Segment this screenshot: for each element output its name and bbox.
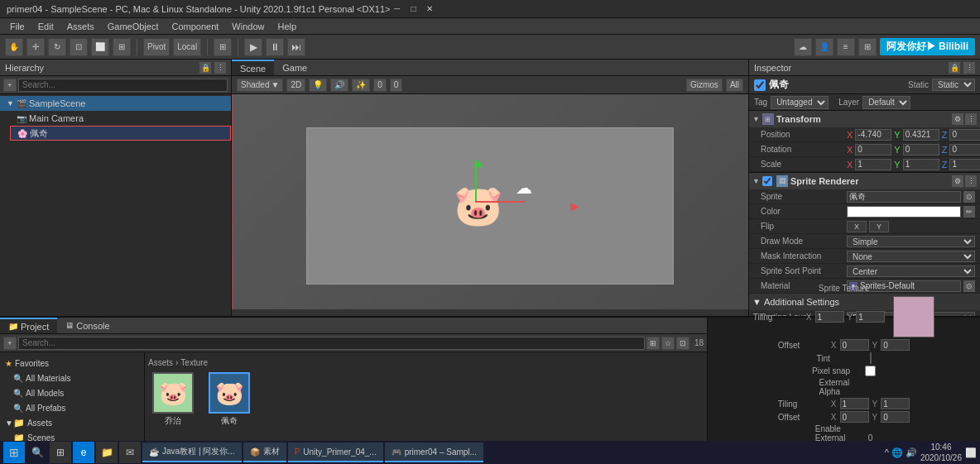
volume-icon[interactable]: 🔊 bbox=[906, 447, 917, 458]
tiling-x-input[interactable] bbox=[815, 311, 844, 323]
proj-add-button[interactable]: + bbox=[3, 337, 17, 350]
offset-x-input[interactable] bbox=[840, 339, 869, 351]
maximize-button[interactable]: □ bbox=[406, 2, 420, 16]
menu-window[interactable]: Window bbox=[225, 20, 271, 33]
project-search[interactable] bbox=[18, 337, 645, 350]
tab-project[interactable]: 📁 Project bbox=[0, 318, 57, 333]
tiling2-x-input[interactable] bbox=[840, 398, 869, 409]
network-icon[interactable]: 🌐 bbox=[891, 447, 903, 458]
transform-menu-icon[interactable]: ⋮ bbox=[965, 113, 977, 125]
all-models-item[interactable]: 🔍 All Models bbox=[8, 385, 144, 400]
tab-game[interactable]: Game bbox=[274, 60, 315, 75]
scene-stats[interactable]: 0 bbox=[373, 79, 387, 92]
rot-y-input[interactable] bbox=[903, 144, 939, 155]
scene-0[interactable]: 0 bbox=[390, 79, 403, 92]
local-button[interactable]: Local bbox=[173, 38, 201, 56]
sr-enable-checkbox[interactable] bbox=[762, 176, 772, 186]
account-button[interactable]: 👤 bbox=[815, 38, 833, 56]
menu-gameobject[interactable]: GameObject bbox=[101, 20, 166, 33]
tiling-y-input[interactable] bbox=[856, 311, 885, 323]
sr-menu-icon[interactable]: ⋮ bbox=[965, 175, 977, 187]
taskview-icon[interactable]: ⊞ bbox=[50, 442, 71, 463]
color-swatch[interactable] bbox=[847, 206, 961, 218]
transform-tool[interactable]: ⊞ bbox=[113, 38, 131, 56]
sprite-ref[interactable]: 佩奇 bbox=[847, 191, 961, 203]
pixel-snap-checkbox[interactable] bbox=[865, 366, 876, 376]
task-material[interactable]: 📦 素材 bbox=[243, 442, 286, 462]
favorites-item[interactable]: ★ Favorites bbox=[0, 356, 144, 371]
tab-scene[interactable]: Scene bbox=[232, 60, 274, 75]
gizmos-button[interactable]: Gizmos bbox=[686, 79, 723, 92]
rot-x-input[interactable] bbox=[855, 144, 891, 155]
asset-george[interactable]: 🐷 乔治 bbox=[148, 372, 198, 427]
tray-up-icon[interactable]: ^ bbox=[885, 447, 889, 458]
menu-file[interactable]: File bbox=[3, 20, 31, 33]
assets-folder-item[interactable]: ▼ 📁 Assets bbox=[0, 415, 144, 430]
task-unity[interactable]: 🎮 primer04 – Sampl... bbox=[385, 442, 483, 462]
obj-active-checkbox[interactable] bbox=[754, 79, 766, 91]
all-layers[interactable]: All bbox=[726, 79, 743, 92]
scale-x-input[interactable] bbox=[855, 159, 891, 170]
hierarchy-peppa-item[interactable]: 🌸 佩奇 bbox=[10, 126, 231, 141]
hierarchy-scene-item[interactable]: ▼ 🎬 SampleScene bbox=[0, 96, 231, 111]
layer-dropdown[interactable]: Default bbox=[862, 96, 910, 109]
tag-dropdown[interactable]: Untagged bbox=[771, 96, 829, 109]
material-ref-btn[interactable]: ⊙ bbox=[963, 280, 975, 292]
asset-peppa[interactable]: 🐷 佩奇 bbox=[204, 372, 254, 427]
scale-tool[interactable]: ⊡ bbox=[70, 38, 88, 56]
menu-component[interactable]: Component bbox=[165, 20, 225, 33]
pos-z-input[interactable] bbox=[949, 129, 980, 141]
draw-mode-select[interactable]: Simple bbox=[847, 236, 975, 247]
scene-fx-btn[interactable]: ✨ bbox=[352, 79, 370, 92]
rect-tool[interactable]: ⬜ bbox=[91, 38, 109, 56]
scale-y-input[interactable] bbox=[903, 159, 939, 170]
scene-view[interactable]: 🐷 ▲ ▶ ☁ bbox=[232, 94, 748, 309]
show-desktop-icon[interactable]: ⬜ bbox=[965, 447, 977, 458]
sort-point-select[interactable]: Center bbox=[847, 265, 975, 277]
tint-swatch[interactable] bbox=[870, 352, 872, 364]
task-java[interactable]: ☕ Java教程 | 阿发你... bbox=[142, 442, 242, 462]
start-button[interactable]: ⊞ bbox=[3, 442, 25, 463]
offset2-x-input[interactable] bbox=[840, 411, 869, 423]
inspector-lock-icon[interactable]: 🔒 bbox=[949, 62, 960, 74]
menu-help[interactable]: Help bbox=[271, 20, 303, 33]
pos-y-input[interactable] bbox=[903, 129, 939, 141]
minimize-button[interactable]: ─ bbox=[390, 2, 403, 16]
task-ppt[interactable]: P Unity_Primer_04_... bbox=[288, 442, 383, 462]
shading-dropdown[interactable]: Shaded ▼ bbox=[237, 79, 283, 92]
layers-button[interactable]: ≡ bbox=[837, 38, 855, 56]
edge-icon[interactable]: e bbox=[73, 442, 94, 463]
transform-settings-icon[interactable]: ⚙ bbox=[952, 113, 963, 125]
color-edit-btn[interactable]: ✏ bbox=[963, 206, 975, 218]
hierarchy-add-button[interactable]: + bbox=[3, 79, 17, 92]
pos-x-input[interactable] bbox=[855, 129, 891, 141]
step-button[interactable]: ⏭ bbox=[287, 38, 305, 56]
menu-assets[interactable]: Assets bbox=[60, 20, 101, 33]
grid-button[interactable]: ⊞ bbox=[214, 38, 232, 56]
scene-scrollbar-h[interactable] bbox=[232, 309, 748, 316]
scene-light-btn[interactable]: 💡 bbox=[309, 79, 327, 92]
rotate-tool[interactable]: ↻ bbox=[48, 38, 66, 56]
menu-edit[interactable]: Edit bbox=[31, 20, 60, 33]
rot-z-input[interactable] bbox=[949, 144, 980, 155]
collab-button[interactable]: ☁ bbox=[794, 38, 812, 56]
layout-button[interactable]: ⊞ bbox=[858, 38, 877, 56]
offset-y-input[interactable] bbox=[881, 339, 910, 351]
mask-select[interactable]: None bbox=[847, 251, 975, 262]
2d-button[interactable]: 2D bbox=[286, 79, 305, 92]
proj-icon1[interactable]: ⊞ bbox=[646, 337, 660, 350]
sprite-renderer-header[interactable]: ▼ 🖼 Sprite Renderer ⚙ ⋮ bbox=[749, 173, 980, 189]
offset2-y-input[interactable] bbox=[881, 411, 910, 423]
tab-console[interactable]: 🖥 Console bbox=[57, 318, 118, 333]
all-materials-item[interactable]: 🔍 All Materials bbox=[8, 371, 144, 385]
all-prefabs-item[interactable]: 🔍 All Prefabs bbox=[8, 400, 144, 415]
mail-icon[interactable]: ✉ bbox=[119, 442, 141, 463]
hierarchy-camera-item[interactable]: 📷 Main Camera bbox=[10, 111, 231, 126]
flip-y-button[interactable]: Y bbox=[869, 221, 889, 232]
hierarchy-lock-icon[interactable]: 🔒 bbox=[199, 62, 211, 74]
proj-icon2[interactable]: ☆ bbox=[661, 337, 675, 350]
play-button[interactable]: ▶ bbox=[244, 38, 262, 56]
hierarchy-search[interactable] bbox=[18, 79, 228, 92]
static-dropdown[interactable]: Static bbox=[932, 79, 975, 91]
tiling2-y-input[interactable] bbox=[881, 398, 910, 409]
